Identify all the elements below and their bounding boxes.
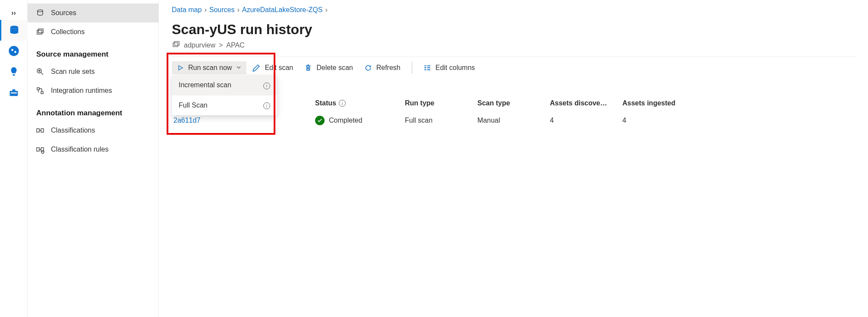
play-icon (177, 64, 184, 71)
refresh-button[interactable]: Refresh (359, 61, 406, 74)
collection-path: adpurview > APAC (172, 40, 855, 57)
main-content: Data map › Sources › AzureDataLakeStore-… (159, 0, 868, 317)
svg-rect-14 (37, 129, 39, 132)
database-icon (8, 24, 20, 36)
svg-rect-13 (41, 92, 43, 94)
svg-rect-5 (9, 91, 18, 96)
expand-rail-button[interactable]: ›› (7, 6, 21, 20)
chevron-right-icon: › (204, 6, 206, 14)
svg-rect-10 (38, 29, 43, 33)
sidebar-item-label: Scan rule sets (51, 68, 95, 76)
svg-rect-12 (37, 88, 39, 90)
svg-marker-21 (179, 66, 183, 70)
rail-management[interactable] (0, 82, 28, 103)
run-type-text: Full scan (405, 117, 432, 124)
run-scan-dropdown: Incremental scan i Full Scan i (172, 75, 277, 115)
svg-rect-16 (37, 148, 39, 151)
trash-icon (304, 64, 312, 72)
th-run-type[interactable]: Run type (405, 99, 474, 107)
edit-columns-button[interactable]: Edit columns (418, 61, 480, 74)
th-assets-discovered[interactable]: Assets discove… (550, 99, 619, 107)
svg-rect-9 (37, 30, 42, 34)
sidebar-item-label: Integration runtimes (51, 87, 112, 95)
refresh-label: Refresh (376, 64, 401, 72)
dropdown-item-full[interactable]: Full Scan i (172, 95, 277, 116)
run-id-link[interactable]: 2a611d7 (174, 117, 200, 124)
dropdown-label: Incremental scan (179, 81, 231, 89)
th-label: Status (315, 99, 336, 107)
sidebar-item-label: Sources (51, 9, 76, 17)
integration-runtimes-icon (35, 86, 45, 95)
collection-leaf: APAC (226, 41, 244, 49)
th-label: Assets ingested (622, 99, 675, 107)
th-status[interactable]: Status i (315, 99, 401, 107)
edit-scan-label: Edit scan (265, 64, 293, 72)
info-icon[interactable]: i (339, 100, 346, 107)
classifications-icon (35, 126, 45, 135)
svg-point-8 (38, 10, 43, 12)
delete-scan-button[interactable]: Delete scan (299, 61, 358, 74)
breadcrumb-item-datamap[interactable]: Data map (172, 6, 202, 14)
sidebar-item-collections[interactable]: Collections (28, 22, 158, 41)
sidebar-item-label: Collections (51, 28, 85, 36)
toolbox-icon (8, 86, 20, 98)
th-scan-type[interactable]: Scan type (477, 99, 546, 107)
status-text: Completed (329, 117, 362, 124)
chevron-right-icon: › (237, 6, 239, 14)
page-title: Scan-yUS run history (172, 22, 855, 38)
sidebar-heading-annotation-mgmt: Annotation management (28, 100, 158, 121)
sidebar-item-scan-rule-sets[interactable]: Scan rule sets (28, 62, 158, 81)
sidebar: Sources Collections Source management Sc… (28, 0, 159, 317)
chevron-down-icon (236, 64, 241, 72)
th-label: Scan type (477, 99, 510, 107)
svg-rect-4 (13, 74, 15, 76)
edit-columns-icon (423, 64, 431, 72)
rail-insights[interactable] (0, 61, 28, 82)
dropdown-label: Full Scan (179, 101, 208, 109)
sidebar-item-classifications[interactable]: Classifications (28, 121, 158, 140)
sidebar-item-sources[interactable]: Sources (28, 3, 158, 22)
svg-rect-6 (12, 89, 15, 91)
svg-rect-19 (173, 43, 178, 47)
svg-point-1 (9, 46, 19, 56)
scan-type-text: Manual (477, 117, 500, 124)
svg-rect-15 (41, 129, 44, 132)
chevron-right-icon: › (325, 6, 327, 14)
breadcrumb: Data map › Sources › AzureDataLakeStore-… (172, 4, 855, 22)
lightbulb-icon (8, 66, 20, 78)
toolbar-divider (412, 62, 412, 74)
svg-rect-7 (11, 92, 17, 93)
th-assets-ingested[interactable]: Assets ingested (622, 99, 691, 107)
svg-rect-20 (174, 41, 179, 45)
scan-rule-sets-icon (35, 67, 45, 76)
svg-point-2 (11, 49, 13, 51)
rail-map[interactable] (0, 41, 28, 61)
svg-point-3 (14, 51, 16, 53)
sidebar-item-classification-rules[interactable]: Classification rules (28, 140, 158, 159)
run-scan-now-label: Run scan now (188, 64, 232, 72)
info-icon[interactable]: i (263, 81, 270, 89)
refresh-icon (364, 64, 372, 72)
dropdown-item-incremental[interactable]: Incremental scan i (172, 75, 277, 95)
classification-rules-icon (35, 145, 45, 154)
sidebar-item-label: Classifications (51, 127, 95, 134)
sidebar-heading-source-mgmt: Source management (28, 41, 158, 62)
breadcrumb-item-source[interactable]: AzureDataLakeStore-ZQS (242, 6, 323, 14)
database-outline-icon (35, 8, 45, 18)
edit-columns-label: Edit columns (436, 64, 475, 72)
th-label: Run type (405, 99, 434, 107)
chevron-double-right-icon: ›› (11, 9, 16, 17)
toolbar: Run scan now Incremental scan i Full Sca… (172, 57, 855, 74)
map-route-icon (8, 45, 20, 57)
edit-scan-button[interactable]: Edit scan (247, 61, 298, 74)
pencil-icon (253, 64, 260, 72)
sidebar-item-integration-runtimes[interactable]: Integration runtimes (28, 81, 158, 100)
sidebar-item-label: Classification rules (51, 146, 108, 153)
assets-discovered-text: 4 (550, 117, 554, 124)
rail-data-map[interactable] (0, 20, 28, 41)
delete-scan-label: Delete scan (316, 64, 353, 72)
run-scan-now-button[interactable]: Run scan now (172, 61, 246, 74)
info-icon[interactable]: i (263, 101, 270, 110)
collection-path-icon (172, 40, 180, 51)
breadcrumb-item-sources[interactable]: Sources (209, 6, 235, 14)
